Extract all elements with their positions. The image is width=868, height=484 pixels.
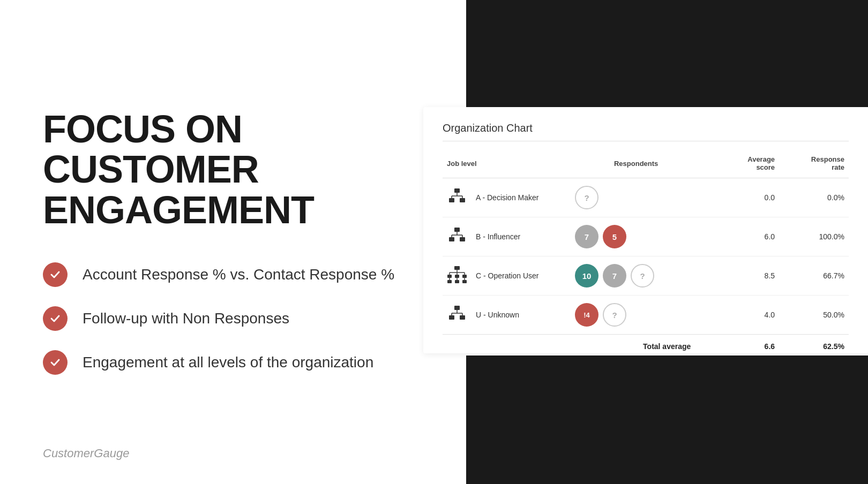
- org-table: Job level Respondents Averagescore Respo…: [443, 152, 849, 353]
- total-label: Total average: [443, 335, 701, 353]
- svg-rect-6: [460, 198, 465, 202]
- svg-rect-30: [462, 280, 467, 283]
- org-icon-influencer: [447, 226, 467, 247]
- svg-rect-13: [460, 237, 465, 241]
- bullet-text-3: Engagement at all levels of the organiza…: [83, 354, 373, 371]
- bullet-text-1: Account Response % vs. Contact Response …: [83, 266, 394, 283]
- main-title: FOCUS ON CUSTOMER ENGAGEMENT: [43, 109, 423, 231]
- bubble-excl4-salmon: !4: [575, 303, 598, 327]
- total-row: Total average 6.6 62.5%: [443, 335, 849, 353]
- svg-rect-29: [455, 280, 459, 283]
- col-avg-score: Averagescore: [701, 152, 779, 178]
- org-chart-panel: Organization Chart Job level Respondents…: [423, 107, 868, 353]
- chat-tail-icon-2: [620, 245, 627, 250]
- respondents-cell: 10 7 ?: [571, 256, 701, 296]
- total-avg-score: 6.6: [701, 335, 779, 353]
- respondents-cell: 7 5: [571, 217, 701, 256]
- svg-rect-5: [449, 198, 454, 202]
- rate-cell: 66.7%: [779, 256, 849, 296]
- col-respondents: Respondents: [571, 152, 701, 178]
- rate-cell: 0.0%: [779, 178, 849, 217]
- bubble-question2: ?: [631, 264, 654, 288]
- svg-rect-28: [447, 280, 452, 283]
- table-row: A - Decision Maker ? 0.0 0.0%: [443, 178, 849, 217]
- respondents-cell: !4 ?: [571, 296, 701, 335]
- bubble-7-gray: 7: [575, 225, 598, 248]
- left-panel: FOCUS ON CUSTOMER ENGAGEMENT Account Res…: [0, 0, 466, 484]
- respondents-cell: ?: [571, 178, 701, 217]
- job-level-cell: U - Unknown: [443, 296, 571, 335]
- dark-top-right-bg: [461, 0, 868, 107]
- job-level-label: C - Operation User: [476, 271, 538, 280]
- svg-rect-0: [454, 188, 460, 193]
- rate-cell: 50.0%: [779, 296, 849, 335]
- svg-rect-16: [454, 266, 460, 270]
- svg-rect-37: [460, 315, 465, 320]
- svg-rect-31: [454, 306, 460, 310]
- chat-tail-icon: [592, 245, 600, 250]
- svg-point-14: [594, 246, 597, 249]
- svg-point-38: [594, 324, 597, 327]
- bullet-item-2: Follow-up with Non Responses: [43, 306, 423, 331]
- job-level-label: A - Decision Maker: [476, 193, 538, 202]
- svg-rect-24: [462, 275, 467, 278]
- rate-cell: 100.0%: [779, 217, 849, 256]
- bullet-list: Account Response % vs. Contact Response …: [43, 262, 423, 375]
- table-row: B - Influencer 7 5: [443, 217, 849, 256]
- score-cell: 8.5: [701, 256, 779, 296]
- table-row: U - Unknown !4 ? 4.0 50.0: [443, 296, 849, 335]
- svg-rect-23: [455, 275, 459, 278]
- bullet-item-3: Engagement at all levels of the organiza…: [43, 350, 423, 375]
- bullet-item-1: Account Response % vs. Contact Response …: [43, 262, 423, 287]
- job-level-label: U - Unknown: [476, 311, 519, 319]
- col-job-level: Job level: [443, 152, 571, 178]
- bullet-text-2: Follow-up with Non Responses: [83, 310, 289, 327]
- org-icon-decision-maker: [447, 187, 467, 208]
- score-cell: 4.0: [701, 296, 779, 335]
- score-cell: 0.0: [701, 178, 779, 217]
- check-icon-3: [43, 350, 68, 375]
- dark-bottom-right-bg: [461, 356, 868, 484]
- chart-title: Organization Chart: [443, 122, 849, 141]
- bubble-7-gray2: 7: [603, 264, 626, 288]
- org-icon-operation: [447, 266, 467, 286]
- check-icon-1: [43, 262, 68, 287]
- col-response-rate: Responserate: [779, 152, 849, 178]
- svg-rect-22: [447, 275, 452, 278]
- svg-rect-7: [454, 228, 460, 232]
- bubble-question: ?: [575, 186, 598, 209]
- score-cell: 6.0: [701, 217, 779, 256]
- bubble-question3: ?: [603, 303, 626, 327]
- job-level-cell: A - Decision Maker: [443, 178, 571, 217]
- bubble-10-teal: 10: [575, 264, 598, 288]
- job-level-cell: C - Operation User: [443, 256, 571, 296]
- svg-rect-12: [449, 237, 454, 241]
- job-level-label: B - Influencer: [476, 232, 520, 241]
- job-level-cell: B - Influencer: [443, 217, 571, 256]
- table-row: C - Operation User 10 7 ? 8.5 66.7%: [443, 256, 849, 296]
- total-response-rate: 62.5%: [779, 335, 849, 353]
- svg-rect-36: [449, 315, 454, 320]
- org-icon-unknown: [447, 305, 467, 325]
- check-icon-2: [43, 306, 68, 331]
- chat-tail-icon-3: [592, 323, 600, 328]
- logo: CustomerGauge: [43, 447, 129, 460]
- bubble-5-salmon: 5: [603, 225, 626, 248]
- svg-point-15: [622, 246, 625, 249]
